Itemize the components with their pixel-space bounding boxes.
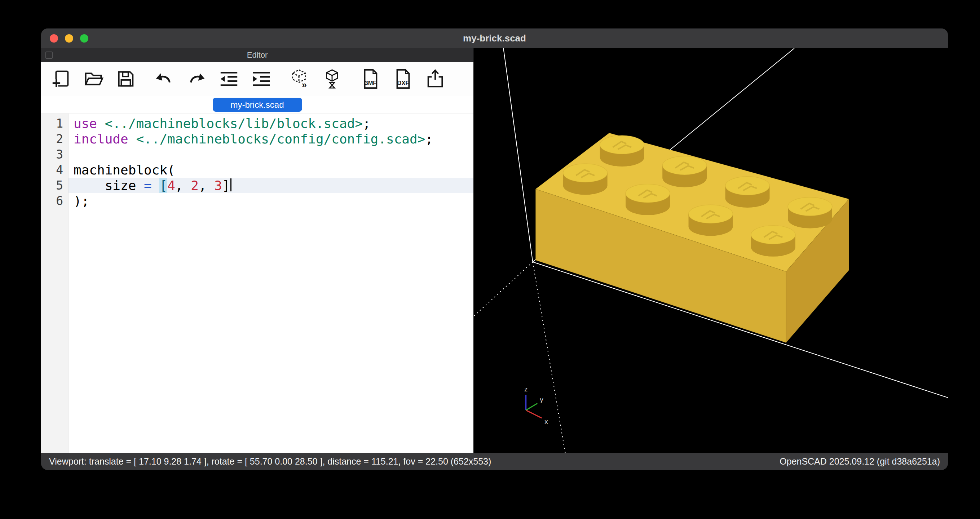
- export-button[interactable]: [421, 65, 449, 93]
- code-line[interactable]: use <../machineblocks/lib/block.scad>;: [68, 116, 473, 131]
- export-dxf-button[interactable]: DXF: [389, 65, 417, 93]
- line-number: 4: [41, 162, 68, 178]
- text-cursor: [231, 178, 231, 191]
- line-number: 2: [41, 131, 68, 147]
- export-upload-icon: [425, 68, 445, 89]
- panel-title: Editor: [247, 51, 267, 60]
- axis-y-line: [526, 403, 538, 410]
- save-button[interactable]: [112, 65, 140, 93]
- export-dxf-icon: DXF: [392, 68, 413, 89]
- open-folder-icon: [83, 68, 104, 89]
- open-file-button[interactable]: [80, 65, 107, 93]
- unindent-button[interactable]: [215, 65, 243, 93]
- code-line[interactable]: [68, 147, 473, 162]
- undock-icon[interactable]: [45, 52, 52, 59]
- code-line[interactable]: include <../machineblocks/config/config.…: [68, 131, 473, 147]
- close-button[interactable]: [50, 34, 58, 43]
- preview-button[interactable]: »: [286, 65, 314, 93]
- axis-z-label: z: [524, 385, 528, 393]
- undo-icon: [154, 68, 175, 89]
- status-bar: Viewport: translate = [ 17.10 9.28 1.74 …: [41, 453, 948, 470]
- preview-icon: »: [289, 68, 310, 89]
- window-title: my-brick.scad: [41, 29, 948, 48]
- undo-button[interactable]: [150, 65, 178, 93]
- editor-panel: Editor: [41, 48, 474, 453]
- minimize-button[interactable]: [65, 34, 73, 43]
- viewport-status-text: Viewport: translate = [ 17.10 9.28 1.74 …: [49, 456, 491, 467]
- version-text: OpenSCAD 2025.09.12 (git d38a6251a): [780, 456, 940, 467]
- editor-dock-header: Editor: [41, 48, 473, 62]
- window-titlebar: my-brick.scad: [41, 29, 948, 48]
- line-number: 1: [41, 116, 68, 131]
- redo-icon: [186, 68, 207, 89]
- openscad-window: my-brick.scad Editor: [41, 29, 948, 470]
- line-number: 5: [41, 178, 68, 193]
- code-line[interactable]: machineblock(: [68, 162, 473, 178]
- brick-model: [535, 133, 849, 343]
- unindent-icon: [218, 68, 239, 89]
- code-editor[interactable]: 123456 use <../machineblocks/lib/block.s…: [41, 114, 473, 453]
- editor-toolbar: »: [41, 62, 473, 96]
- save-icon: [115, 68, 136, 89]
- new-file-icon: [51, 68, 72, 89]
- export-dxf-label: DXF: [397, 79, 409, 86]
- code-line[interactable]: size = [4, 2, 3]: [68, 178, 473, 193]
- line-number-gutter: 123456: [41, 114, 68, 453]
- editor-tabbar: my-brick.scad: [41, 96, 473, 114]
- axis-indicator: z x y: [524, 385, 548, 425]
- render-icon: [321, 68, 342, 89]
- export-3mf-icon: 3MF: [360, 68, 381, 89]
- code-lines[interactable]: use <../machineblocks/lib/block.scad>;in…: [68, 114, 473, 453]
- line-number: 3: [41, 147, 68, 162]
- 3d-viewport[interactable]: z x y: [474, 48, 948, 453]
- new-file-button[interactable]: [47, 65, 75, 93]
- line-number: 6: [41, 193, 68, 209]
- indent-icon: [251, 68, 272, 89]
- svg-text:»: »: [302, 79, 307, 89]
- traffic-lights: [50, 29, 88, 48]
- tab-my-brick[interactable]: my-brick.scad: [213, 98, 302, 112]
- redo-button[interactable]: [183, 65, 210, 93]
- export-3mf-label: 3MF: [365, 79, 377, 86]
- axis-x-label: x: [544, 418, 548, 425]
- export-3mf-button[interactable]: 3MF: [356, 65, 384, 93]
- code-line[interactable]: );: [68, 193, 473, 209]
- render-button[interactable]: [318, 65, 346, 93]
- viewport-panel: z x y: [474, 48, 948, 453]
- zoom-button[interactable]: [80, 34, 88, 43]
- axis-y-label: y: [540, 396, 543, 403]
- axis-x-line: [526, 410, 542, 418]
- indent-button[interactable]: [247, 65, 275, 93]
